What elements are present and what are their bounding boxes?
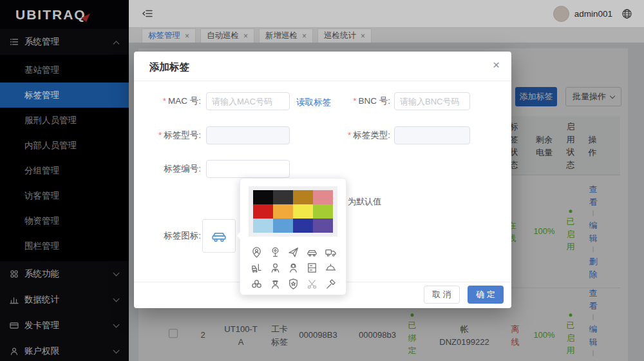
close-icon[interactable]: × (493, 58, 500, 72)
color-palette (253, 190, 333, 233)
bnc-label: *BNC 号: (336, 92, 390, 110)
dialog-header-divider (134, 81, 511, 81)
color-swatch[interactable] (293, 204, 313, 219)
app-screen: UBITRAQ 系统管理 基站管理标签管理服刑人员管理内部人员管理分组管理访客管… (0, 0, 644, 361)
tag-model-label: *标签型号: (147, 126, 201, 144)
default-color-hint: 为默认值 (348, 196, 381, 208)
confirm-button[interactable]: 确 定 (468, 286, 504, 304)
tag-code-input[interactable] (206, 160, 290, 178)
location-pin-icon[interactable] (266, 244, 285, 260)
scissors-icon[interactable] (303, 276, 321, 292)
color-swatch[interactable] (313, 204, 333, 219)
color-swatch[interactable] (253, 204, 273, 219)
bnc-input[interactable] (394, 92, 470, 110)
mac-input[interactable] (206, 92, 290, 110)
helmet-icon[interactable] (321, 260, 340, 277)
tag-type-input[interactable] (394, 126, 470, 144)
required-star: * (353, 96, 356, 106)
color-palette-panel (249, 186, 337, 237)
car-icon[interactable] (303, 244, 321, 260)
female-worker-icon[interactable] (285, 260, 303, 277)
forklift-icon[interactable] (247, 260, 266, 277)
color-swatch[interactable] (273, 190, 293, 204)
required-star: * (163, 96, 166, 106)
required-star: * (348, 130, 351, 140)
mac-label: *MAC 号: (147, 92, 201, 110)
color-swatch[interactable] (313, 219, 333, 233)
color-swatch[interactable] (253, 190, 273, 204)
dialog-title: 添加标签 (149, 61, 189, 74)
icon-picker-popup (240, 178, 346, 295)
popup-arrow (236, 231, 244, 240)
hammer-icon[interactable] (321, 276, 340, 292)
car-icon (210, 227, 228, 245)
paper-plane-icon[interactable] (285, 244, 303, 260)
selected-tag-icon-box[interactable] (202, 219, 236, 253)
wheels-icon[interactable] (247, 276, 266, 292)
color-swatch[interactable] (293, 190, 313, 204)
read-tag-link[interactable]: 读取标签 (296, 97, 331, 108)
icon-grid (247, 244, 340, 292)
cancel-button[interactable]: 取 消 (424, 286, 460, 304)
male-worker-icon[interactable] (266, 260, 285, 277)
tag-icon-label: 标签图标: (147, 227, 201, 245)
color-swatch[interactable] (313, 190, 333, 204)
person-pin-icon[interactable] (247, 244, 266, 260)
color-swatch[interactable] (293, 219, 313, 233)
tag-model-input[interactable] (206, 126, 290, 144)
add-tag-dialog: 添加标签 × *MAC 号: 读取标签 *BNC 号: *标签型号: *标签类型… (134, 52, 511, 308)
color-swatch[interactable] (253, 219, 273, 233)
shelf-icon[interactable] (303, 260, 321, 277)
color-swatch[interactable] (273, 204, 293, 219)
tag-type-label: *标签类型: (336, 126, 390, 144)
badge-icon[interactable] (285, 276, 303, 292)
color-swatch[interactable] (273, 219, 293, 233)
truck-icon[interactable] (321, 244, 340, 260)
required-star: * (158, 130, 162, 140)
police-icon[interactable] (266, 276, 285, 292)
tag-code-label: 标签编号: (147, 160, 201, 178)
